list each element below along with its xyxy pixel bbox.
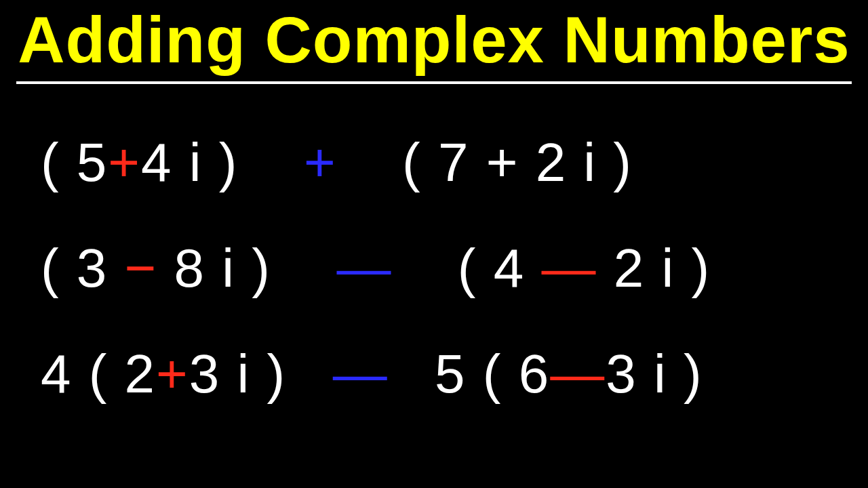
l1-paren1-rest: 4 i ) [141, 132, 238, 192]
l3-paren2-rest: 3 i ) [606, 344, 703, 404]
l1-paren1-op: + [108, 132, 141, 192]
l3-paren2-op: — [550, 344, 606, 404]
expression-line-2: ( 3 − 8 i ) — ( 4 — 2 i ) [41, 237, 827, 300]
l3-coef1: 4 [41, 344, 73, 404]
l3-paren1-open: ( 2 [73, 344, 157, 404]
l3-paren1-rest: 3 i ) [189, 344, 286, 404]
l2-paren1-rest: 8 i ) [157, 238, 271, 298]
math-body: ( 5+4 i ) + ( 7 + 2 i ) ( 3 − 8 i ) — ( … [0, 84, 868, 405]
l3-middle-op: — [333, 344, 389, 404]
expression-line-3: 4 ( 2+3 i ) — 5 ( 6—3 i ) [41, 343, 827, 405]
l2-paren2-open: ( 4 [458, 238, 542, 298]
l2-paren2-rest: 2 i ) [597, 238, 711, 298]
l1-paren2: ( 7 + 2 i ) [402, 132, 633, 192]
l2-paren1-open: ( 3 [41, 238, 125, 298]
l1-middle-op: + [304, 132, 337, 192]
l1-paren1-open: ( 5 [41, 132, 108, 192]
expression-line-1: ( 5+4 i ) + ( 7 + 2 i ) [41, 131, 827, 194]
l2-middle-op: — [336, 238, 392, 298]
l2-paren2-op: — [541, 238, 597, 298]
l3-paren1-op: + [156, 344, 189, 404]
page-title: Adding Complex Numbers [0, 0, 868, 77]
l2-paren1-op: − [125, 238, 158, 298]
l3-coef2: 5 [435, 344, 467, 404]
l3-paren2-open: ( 6 [467, 344, 551, 404]
